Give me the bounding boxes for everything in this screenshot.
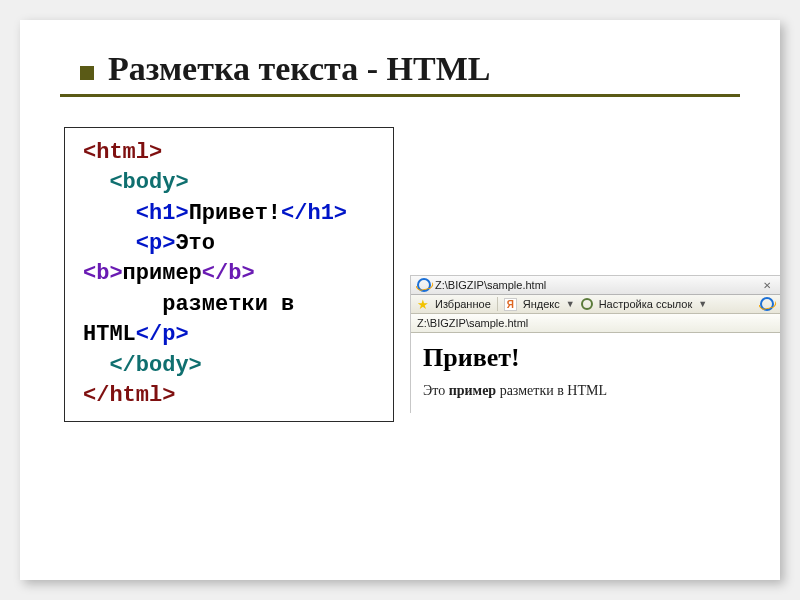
code-tag-p-close: </p> [136,322,189,347]
code-tag-html-close: </html> [83,383,175,408]
title-bullet-icon [80,66,94,80]
code-line: разметки в [83,290,379,320]
browser-preview: Z:\BIGZIP\sample.html ✕ ★ Избранное Я Ян… [410,275,780,413]
gear-icon[interactable] [581,298,593,310]
settings-label[interactable]: Настройка ссылок [599,298,693,310]
browser-tab-label: Z:\BIGZIP\sample.html [435,279,546,291]
code-line: <p>Это [83,229,379,259]
favorites-star-icon[interactable]: ★ [417,298,429,311]
internet-explorer-icon [417,278,431,292]
code-tag-h1-open: <h1> [136,201,189,226]
code-sample-box: <html> <body> <h1>Привет!</h1> <p>Это <b… [64,127,394,422]
code-p-text1: Это [175,231,215,256]
favorites-label[interactable]: Избранное [435,298,491,310]
rendered-text-bold: пример [449,383,496,398]
code-tag-p-open: <p> [136,231,176,256]
title-bar: Разметка текста - HTML [60,50,740,97]
yandex-icon[interactable]: Я [504,298,517,311]
internet-explorer-icon[interactable] [760,297,774,311]
rendered-text-before: Это [423,383,449,398]
code-line: <h1>Привет!</h1> [83,199,379,229]
code-p-text2a: разметки в [83,292,294,317]
chevron-down-icon[interactable]: ▼ [698,299,707,309]
code-line: <html> [83,138,379,168]
chevron-down-icon[interactable]: ▼ [566,299,575,309]
code-p-text2b: HTML [83,322,136,347]
code-tag-h1-close: </h1> [281,201,347,226]
browser-tab[interactable]: Z:\BIGZIP\sample.html ✕ [411,276,780,295]
rendered-paragraph: Это пример разметки в HTML [423,383,768,399]
presentation-slide: Разметка текста - HTML <html> <body> <h1… [20,20,780,580]
code-line: </html> [83,381,379,411]
rendered-text-after: разметки в HTML [496,383,607,398]
code-line: HTML</p> [83,320,379,350]
code-b-text: пример [123,261,202,286]
tab-close-icon[interactable]: ✕ [760,280,774,291]
rendered-h1: Привет! [423,343,768,373]
code-h1-text: Привет! [189,201,281,226]
browser-favorites-bar: ★ Избранное Я Яндекс ▼ Настройка ссылок … [411,295,780,314]
browser-address-bar[interactable]: Z:\BIGZIP\sample.html [411,314,780,333]
code-line: <body> [83,168,379,198]
address-text: Z:\BIGZIP\sample.html [417,317,528,329]
code-tag-html-open: <html> [83,140,162,165]
browser-page-content: Привет! Это пример разметки в HTML [411,333,780,413]
code-tag-b-open: <b> [83,261,123,286]
code-tag-body-close: </body> [109,353,201,378]
code-tag-body-open: <body> [109,170,188,195]
code-line: </body> [83,351,379,381]
code-line: <b>пример</b> [83,259,379,289]
slide-title: Разметка текста - HTML [80,50,740,88]
code-tag-b-close: </b> [202,261,255,286]
yandex-label[interactable]: Яндекс [523,298,560,310]
slide-title-text: Разметка текста - HTML [108,50,490,87]
